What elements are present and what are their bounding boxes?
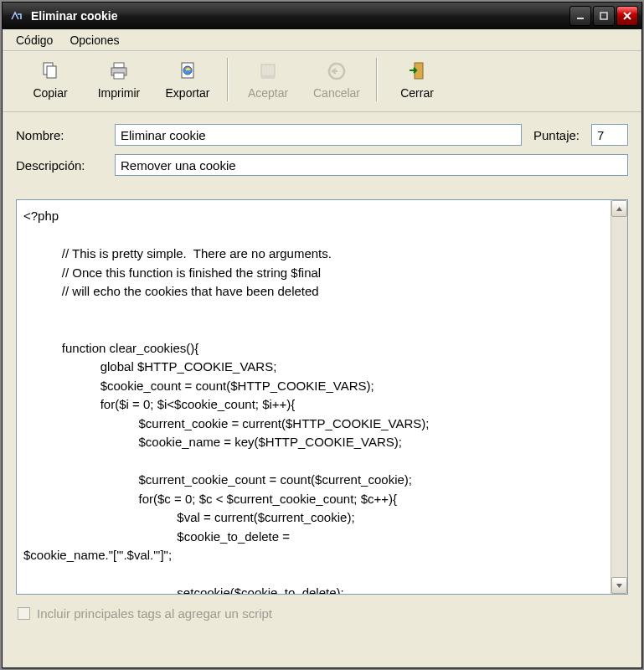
include-tags-checkbox — [18, 607, 30, 620]
name-input[interactable] — [115, 124, 522, 146]
svg-rect-9 — [261, 64, 275, 76]
svg-rect-3 — [47, 66, 56, 78]
score-label: Puntaje: — [528, 128, 585, 142]
titlebar: Eliminar cookie — [3, 3, 641, 29]
menubar: Código Opciones — [3, 29, 641, 51]
form-area: Nombre: Puntaje: Descripción: — [3, 112, 641, 193]
scroll-down-button[interactable] — [611, 577, 627, 594]
export-button[interactable]: Exportar — [153, 56, 222, 103]
svg-rect-0 — [577, 18, 584, 19]
accept-icon — [256, 59, 280, 83]
code-content[interactable]: <?php // This is pretty simple. There ar… — [17, 200, 611, 594]
close-tool-button[interactable]: Cerrar — [383, 56, 451, 103]
scroll-up-button[interactable] — [611, 200, 627, 217]
cancel-button: Cancelar — [302, 56, 371, 103]
footer: Incluir principales tags al agregar un s… — [3, 598, 641, 629]
copy-label: Copiar — [33, 86, 67, 100]
copy-icon — [39, 59, 62, 83]
close-button[interactable] — [616, 6, 638, 26]
cancel-icon — [325, 59, 348, 83]
svg-rect-10 — [261, 76, 275, 79]
name-label: Nombre: — [16, 128, 108, 142]
door-icon — [405, 59, 429, 83]
window-title: Eliminar cookie — [31, 9, 569, 23]
app-window: Eliminar cookie Código Opciones Copiar — [2, 2, 642, 668]
description-label: Descripción: — [16, 158, 108, 173]
menu-codigo[interactable]: Código — [8, 31, 61, 49]
app-icon — [9, 8, 24, 23]
vertical-scrollbar[interactable] — [611, 200, 627, 594]
print-button[interactable]: Imprimir — [85, 56, 153, 103]
export-label: Exportar — [166, 86, 210, 100]
copy-button[interactable]: Copiar — [16, 56, 85, 103]
description-input[interactable] — [115, 154, 628, 176]
toolbar-separator-2 — [376, 58, 378, 101]
score-input[interactable] — [591, 124, 628, 146]
include-tags-label: Incluir principales tags al agregar un s… — [37, 606, 272, 621]
maximize-button[interactable] — [593, 6, 615, 26]
accept-button: Aceptar — [234, 56, 302, 103]
toolbar-separator — [227, 58, 229, 101]
svg-rect-6 — [114, 73, 124, 79]
window-controls — [569, 6, 638, 26]
close-tool-label: Cerrar — [400, 86, 434, 100]
svg-rect-4 — [114, 63, 124, 68]
toolbar: Copiar Imprimir Exportar Aceptar Cancel — [3, 51, 641, 112]
scroll-track[interactable] — [611, 217, 627, 577]
print-icon — [107, 59, 131, 83]
svg-rect-1 — [600, 13, 607, 19]
minimize-button[interactable] — [569, 6, 591, 26]
print-label: Imprimir — [98, 86, 141, 100]
cancel-label: Cancelar — [313, 86, 360, 100]
code-editor[interactable]: <?php // This is pretty simple. There ar… — [16, 199, 628, 595]
menu-opciones[interactable]: Opciones — [61, 31, 127, 49]
accept-label: Aceptar — [248, 86, 288, 100]
export-icon — [176, 59, 199, 83]
